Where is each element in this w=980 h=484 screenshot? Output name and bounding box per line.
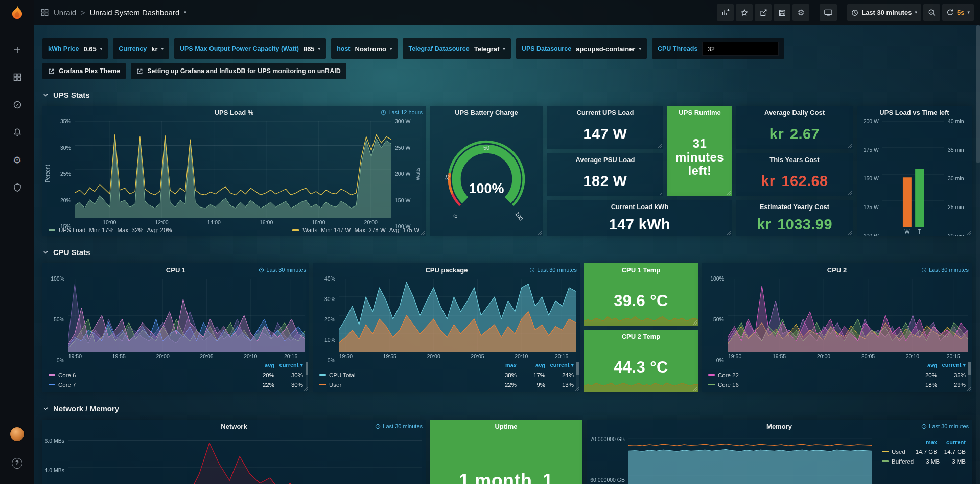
chart-plot[interactable] <box>68 435 422 484</box>
legend-series[interactable]: UPS LoadMin: 17%Max: 32%Avg: 20% <box>49 227 172 233</box>
legend-scrollbar[interactable] <box>968 362 971 389</box>
panel-title[interactable]: Average PSU Load <box>576 156 635 164</box>
chart-legend[interactable]: avgcurrent ▾Core 620%30%Core 722%30% <box>42 360 309 392</box>
legend-series[interactable]: Core 1618%29% <box>708 380 966 389</box>
panel-time-range[interactable]: Last 30 minutes <box>921 267 969 273</box>
variable-cpu-threads: CPU Threads <box>652 38 785 59</box>
y-axis-left: 100%50%0% <box>704 279 728 360</box>
grafana-logo[interactable] <box>9 5 25 20</box>
row-header-ups-stats[interactable]: UPS Stats <box>42 87 972 102</box>
panel-title[interactable]: UPS Battery Charge <box>455 109 518 117</box>
panel-title[interactable]: CPU 1 <box>166 266 185 274</box>
panel-title[interactable]: Average Daily Cost <box>764 109 825 117</box>
user-avatar[interactable] <box>10 427 24 441</box>
panel-ups-load-vs-time-left: UPS Load vs Time left 200 W175 W150 W125… <box>857 106 972 236</box>
stat-value: 44.3 °C <box>584 343 698 392</box>
caret-down-icon: ▾ <box>100 47 103 51</box>
chart-plot[interactable] <box>628 435 872 484</box>
chart-plot[interactable] <box>339 279 576 352</box>
explore-button[interactable] <box>6 93 29 117</box>
panel-title[interactable]: This Years Cost <box>769 156 819 164</box>
create-button[interactable] <box>6 38 29 61</box>
variable-value-dropdown[interactable]: 0.65▾ <box>83 45 102 53</box>
panel-title[interactable]: Current Load kWh <box>611 203 669 211</box>
chevron-down-icon <box>42 405 49 412</box>
variable-telegraf-datasource: Telegraf Datasource Telegraf▾ <box>403 38 510 59</box>
panel-title[interactable]: Estimated Yearly Cost <box>760 203 829 211</box>
scrollbar-thumb[interactable] <box>976 25 980 163</box>
legend-series[interactable]: User22%9%13% <box>319 380 574 389</box>
legend-header[interactable]: avgcurrent ▾ <box>708 360 966 370</box>
panel-title[interactable]: Memory <box>766 423 792 430</box>
tv-mode-button[interactable] <box>820 4 837 21</box>
panel-time-range[interactable]: Last 30 minutes <box>259 267 306 273</box>
server-admin-button[interactable] <box>6 176 29 199</box>
panel-time-range[interactable]: Last 30 minutes <box>921 423 969 429</box>
panel-title[interactable]: UPS Load % <box>215 109 254 117</box>
chart-legend[interactable]: UPS LoadMin: 17%Max: 32%Avg: 20%WattsMin… <box>42 226 426 236</box>
breadcrumb-folder[interactable]: Unraid <box>54 8 76 17</box>
legend-header[interactable]: avgcurrent ▾ <box>49 360 303 370</box>
chart-plot[interactable] <box>75 121 391 218</box>
panel-title[interactable]: Current UPS Load <box>577 109 634 117</box>
axis-tick: 100% <box>51 275 64 282</box>
panel-title[interactable]: Uptime <box>495 423 517 430</box>
page-scrollbar[interactable] <box>976 25 980 484</box>
star-button[interactable] <box>736 4 753 21</box>
zoom-out-button[interactable] <box>923 4 940 21</box>
variable-value-dropdown[interactable]: kr▾ <box>151 45 164 53</box>
share-button[interactable] <box>755 4 772 21</box>
legend-series[interactable]: Core 2220%35% <box>708 370 966 380</box>
legend-series[interactable]: Buffered3 MB3 MB <box>882 456 966 466</box>
help-button[interactable]: ? <box>6 451 29 475</box>
row-header-network-memory[interactable]: Network / Memory <box>42 401 972 416</box>
legend-series[interactable]: Used14.7 GB14.7 GB <box>882 447 966 456</box>
link-ups-monitoring-guide[interactable]: Setting up Grafana and InfluxDB for UPS … <box>131 63 346 79</box>
gauge-threshold-label: 20 <box>444 175 451 181</box>
legend-header[interactable]: maxcurrent <box>882 437 966 447</box>
dashboard-settings-button[interactable]: ⚙ <box>792 4 809 21</box>
variable-value-dropdown[interactable]: Nostromo▾ <box>355 45 392 53</box>
clock-icon <box>921 424 927 429</box>
panel-title[interactable]: CPU 2 <box>827 266 847 274</box>
variable-value-dropdown[interactable]: 865▾ <box>304 45 320 53</box>
page-title[interactable]: Unraid System Dashboard <box>89 8 179 17</box>
add-panel-button[interactable] <box>717 4 734 21</box>
time-range-picker[interactable]: Last 30 minutes ▾ <box>847 4 921 21</box>
panel-title[interactable]: UPS Load vs Time left <box>879 109 949 117</box>
axis-tick: 20:15 <box>284 353 297 359</box>
chart-legend[interactable]: maxcurrentUsed14.7 GB14.7 GBBuffered3 MB… <box>876 433 972 484</box>
dashboards-button[interactable] <box>6 65 29 89</box>
panel-title[interactable]: CPU 2 Temp <box>622 333 661 340</box>
legend-series[interactable]: CPU Total38%17%24% <box>319 370 574 380</box>
alerting-button[interactable] <box>6 121 29 144</box>
legend-scrollbar[interactable] <box>306 362 308 389</box>
panel-title[interactable]: CPU 1 Temp <box>622 266 661 274</box>
panel-time-range[interactable]: Last 12 hours <box>381 109 423 116</box>
legend-series[interactable]: Core 620%30% <box>49 370 303 380</box>
legend-header[interactable]: maxavgcurrent ▾ <box>319 360 574 370</box>
refresh-button[interactable]: 5s ▾ <box>942 4 974 21</box>
legend-scrollbar[interactable] <box>576 362 579 389</box>
caret-down-icon[interactable]: ▾ <box>184 10 186 15</box>
chart-plot[interactable] <box>882 121 944 227</box>
cpu-threads-input[interactable] <box>702 42 779 56</box>
variable-value-dropdown[interactable]: apcupsd-container▾ <box>576 45 641 53</box>
variable-value-dropdown[interactable]: Telegraf▾ <box>474 45 505 53</box>
panel-title[interactable]: CPU package <box>425 266 468 274</box>
panel-time-range[interactable]: Last 30 minutes <box>375 423 423 429</box>
legend-series[interactable]: WattsMin: 147 WMax: 278 WAvg: 175 W <box>292 227 419 233</box>
chart-plot[interactable] <box>68 279 305 352</box>
save-button[interactable] <box>774 4 790 21</box>
row-header-cpu-stats[interactable]: CPU Stats <box>42 245 972 259</box>
chevron-down-icon <box>42 91 49 98</box>
legend-series[interactable]: Core 722%30% <box>49 380 303 389</box>
panel-time-range[interactable]: Last 30 minutes <box>529 267 577 273</box>
panel-title[interactable]: UPS Runtime <box>679 109 720 117</box>
link-grafana-plex-theme[interactable]: Grafana Plex Theme <box>42 63 126 79</box>
chart-plot[interactable] <box>728 279 968 352</box>
chart-legend[interactable]: maxavgcurrent ▾CPU Total38%17%24%User22%… <box>313 360 580 392</box>
chart-legend[interactable]: avgcurrent ▾Core 2220%35%Core 1618%29% <box>702 360 972 392</box>
panel-title[interactable]: Network <box>221 423 247 430</box>
configuration-button[interactable]: ⚙ <box>6 148 29 172</box>
